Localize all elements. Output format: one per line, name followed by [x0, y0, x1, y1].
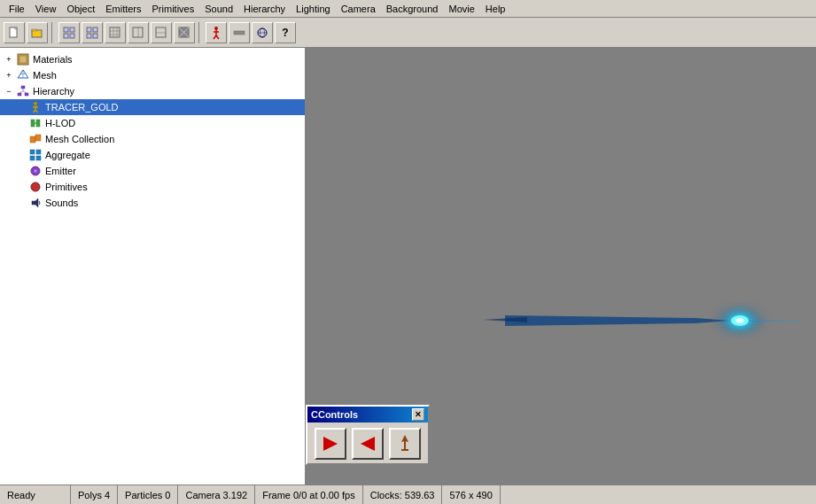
menu-help[interactable]: Help — [480, 2, 511, 16]
toolbar-sep-1 — [51, 22, 55, 43]
svg-rect-49 — [31, 120, 35, 127]
expand-materials[interactable]: + — [2, 52, 16, 66]
svg-rect-53 — [35, 135, 41, 141]
svg-rect-12 — [110, 27, 120, 37]
toolbar-globe-btn[interactable] — [252, 22, 273, 43]
controls-close-btn[interactable]: ✕ — [412, 408, 424, 421]
svg-line-42 — [19, 91, 23, 93]
menu-hierarchy[interactable]: Hierarchy — [238, 2, 291, 16]
tree-item-mesh[interactable]: + Mesh — [0, 67, 305, 83]
tree-item-materials[interactable]: + Materials — [0, 51, 305, 67]
svg-rect-19 — [156, 27, 166, 37]
svg-rect-17 — [133, 27, 143, 37]
toolbar-btn-3[interactable] — [58, 22, 80, 43]
menu-view[interactable]: View — [30, 2, 62, 16]
mesh-icon — [16, 68, 30, 82]
emitter-icon — [28, 164, 43, 178]
svg-rect-29 — [234, 31, 245, 35]
svg-point-60 — [31, 182, 40, 191]
main-layout: + Materials + Mesh − Hierarch — [0, 48, 816, 485]
toolbar-btn-7[interactable] — [151, 22, 172, 43]
tree-label-tracer-gold: TRACER_GOLD — [45, 102, 119, 112]
svg-rect-54 — [30, 150, 35, 154]
svg-rect-10 — [87, 34, 91, 38]
toolbar: ? — [0, 18, 816, 48]
menu-movie[interactable]: Movie — [443, 2, 479, 16]
status-camera: Camera 3.192 — [178, 485, 255, 504]
svg-marker-71 — [361, 437, 375, 451]
toolbar-help-btn[interactable]: ? — [275, 22, 296, 43]
svg-rect-11 — [93, 34, 97, 38]
tree-item-hierarchy[interactable]: − Hierarchy — [0, 83, 305, 99]
svg-point-68 — [735, 318, 744, 323]
menu-emitters[interactable]: Emitters — [100, 2, 146, 16]
svg-rect-9 — [93, 27, 97, 32]
svg-rect-7 — [70, 34, 74, 38]
menu-file[interactable]: File — [4, 2, 30, 16]
toolbar-new-btn[interactable] — [4, 22, 25, 43]
svg-rect-6 — [64, 34, 68, 38]
menu-background[interactable]: Background — [381, 2, 444, 16]
status-frame: Frame 0/0 at 0.00 fps — [255, 485, 363, 504]
status-resolution: 576 x 490 — [442, 485, 500, 504]
svg-rect-52 — [30, 136, 35, 143]
statusbar: Ready Polys 4 Particles 0 Camera 3.192 F… — [0, 485, 816, 504]
svg-rect-8 — [87, 27, 91, 32]
tree-item-emitter[interactable]: + Emitter — [0, 163, 305, 179]
tree-item-tracer-gold[interactable]: + TRACER_GOLD — [0, 99, 305, 115]
toolbar-line-btn[interactable] — [229, 22, 250, 43]
toolbar-figure-btn[interactable] — [206, 22, 227, 43]
svg-line-28 — [216, 35, 219, 39]
play-backward-btn[interactable] — [352, 428, 384, 460]
aggregate-icon — [28, 148, 43, 162]
tree-label-hlod: H-LOD — [45, 118, 75, 128]
tree-container: + Materials + Mesh − Hierarch — [0, 48, 305, 214]
svg-point-24 — [214, 27, 218, 30]
menu-sound[interactable]: Sound — [199, 2, 238, 16]
tree-label-materials: Materials — [33, 54, 73, 65]
svg-rect-73 — [404, 441, 406, 450]
tree-item-primitives[interactable]: + Primitives — [0, 179, 305, 195]
svg-rect-40 — [25, 93, 28, 96]
controls-title: CControls — [311, 409, 358, 420]
svg-rect-3 — [32, 29, 36, 31]
left-panel: + Materials + Mesh − Hierarch — [0, 48, 306, 485]
toolbar-btn-5[interactable] — [105, 22, 126, 43]
toolbar-btn-6[interactable] — [128, 22, 149, 43]
tree-item-hlod[interactable]: + H-LOD — [0, 115, 305, 131]
tracer-gold-icon — [28, 100, 43, 114]
tree-item-mesh-collection[interactable]: + Mesh Collection — [0, 131, 305, 147]
status-clocks: Clocks: 539.63 — [363, 485, 443, 504]
mesh-collection-icon — [28, 132, 43, 146]
hierarchy-icon — [16, 84, 30, 98]
svg-line-43 — [23, 91, 27, 93]
svg-marker-72 — [401, 435, 408, 442]
play-forward-btn[interactable] — [315, 428, 346, 460]
tree-item-sounds[interactable]: + Sounds — [0, 195, 305, 211]
toolbar-btn-8[interactable] — [174, 22, 195, 43]
toolbar-btn-4[interactable] — [82, 22, 103, 43]
hlod-icon — [28, 116, 43, 130]
tree-item-aggregate[interactable]: + Aggregate — [0, 147, 305, 163]
expand-mesh[interactable]: + — [2, 68, 16, 82]
menu-primitives[interactable]: Primitives — [147, 2, 200, 16]
tree-label-mesh: Mesh — [33, 70, 57, 81]
menu-lighting[interactable]: Lighting — [291, 2, 336, 16]
expand-hierarchy[interactable]: − — [2, 84, 16, 98]
menu-camera[interactable]: Camera — [336, 2, 381, 16]
svg-rect-38 — [21, 86, 25, 89]
svg-point-44 — [34, 102, 37, 105]
tree-label-mesh-collection: Mesh Collection — [45, 134, 114, 144]
controls-titlebar: CControls ✕ — [307, 407, 428, 423]
status-polys: Polys 4 — [71, 485, 118, 504]
tree-label-primitives: Primitives — [45, 182, 88, 192]
sounds-icon — [28, 196, 43, 210]
controls-window: CControls ✕ — [306, 405, 430, 465]
svg-marker-62 — [505, 315, 731, 326]
svg-rect-39 — [18, 93, 21, 96]
svg-point-59 — [34, 169, 37, 173]
menu-object[interactable]: Object — [61, 2, 100, 16]
anchor-btn[interactable] — [389, 428, 421, 460]
svg-rect-34 — [19, 56, 27, 63]
toolbar-open-btn[interactable] — [27, 22, 48, 43]
